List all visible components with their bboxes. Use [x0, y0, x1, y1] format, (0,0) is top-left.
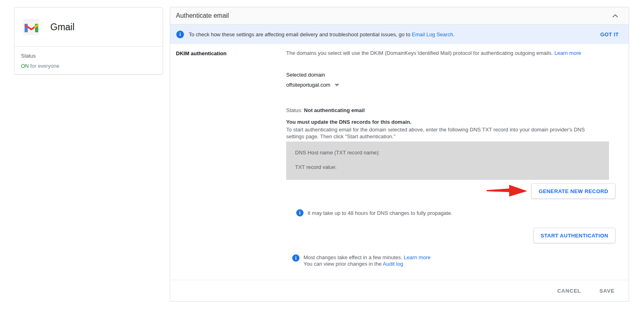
- dns-update-warning: You must update the DNS records for this…: [286, 119, 615, 125]
- red-arrow-annotation-icon: [487, 183, 528, 199]
- status-scope: for everyone: [29, 63, 60, 69]
- changes-learn-more-link[interactable]: Learn more: [404, 254, 430, 260]
- selected-domain-value: offsiteportugal.com: [286, 82, 330, 88]
- generate-record-row: GENERATE NEW RECORD: [286, 183, 615, 199]
- propagation-note: i It may take up to 48 hours for DNS cha…: [286, 209, 615, 216]
- changes-note: i Most changes take effect in a few minu…: [286, 254, 615, 267]
- dns-record-box: DNS Host name (TXT record name): TXT rec…: [286, 141, 609, 180]
- status-value-text: Not authenticating email: [304, 107, 365, 113]
- collapse-chevron-up-icon[interactable]: [611, 12, 620, 19]
- got-it-button[interactable]: GOT IT: [600, 31, 619, 37]
- banner-text: To check how these settings are affectin…: [189, 31, 454, 37]
- selected-domain-label: Selected domain: [286, 72, 615, 78]
- propagation-note-text: It may take up to 48 hours for DNS chang…: [308, 210, 452, 216]
- status-prefix: Status:: [286, 107, 304, 113]
- panel-title: Authenticate email: [176, 12, 229, 19]
- dkim-section: DKIM authentication The domains you sele…: [170, 44, 629, 267]
- dkim-settings-column: The domains you select will use the DKIM…: [286, 50, 615, 267]
- changes-note-line1: Most changes take effect in a few minute…: [303, 254, 431, 261]
- dns-instructions: To start authenticating email for the do…: [286, 126, 604, 140]
- dkim-description-text: The domains you select will use the DKIM…: [286, 50, 554, 56]
- start-authentication-row: START AUTHENTICATION: [286, 228, 615, 243]
- app-card-status-section: Status ON for everyone: [14, 47, 163, 69]
- changes-note-text: Most changes take effect in a few minute…: [303, 254, 431, 267]
- txt-record-value-label: TXT record value:: [295, 164, 609, 170]
- app-title: Gmail: [50, 22, 74, 33]
- status-value: ON for everyone: [21, 63, 163, 69]
- audit-note-text: You can view prior changes in the: [303, 261, 383, 267]
- panel-footer: CANCEL SAVE: [170, 280, 629, 301]
- status-label: Status: [21, 53, 163, 59]
- panel-header: Authenticate email: [170, 7, 629, 25]
- email-log-search-link[interactable]: Email Log Search.: [412, 31, 454, 37]
- start-authentication-button[interactable]: START AUTHENTICATION: [533, 228, 615, 243]
- audit-log-link[interactable]: Audit log: [383, 261, 403, 267]
- save-button[interactable]: SAVE: [599, 288, 615, 294]
- domain-dropdown[interactable]: offsiteportugal.com: [286, 82, 339, 88]
- dkim-learn-more-link[interactable]: Learn more: [554, 50, 581, 56]
- gmail-logo-icon: [23, 19, 39, 35]
- changes-note-line1-text: Most changes take effect in a few minute…: [303, 254, 404, 260]
- dkim-description: The domains you select will use the DKIM…: [286, 50, 615, 56]
- generate-new-record-button[interactable]: GENERATE NEW RECORD: [531, 183, 615, 199]
- dns-host-name-label: DNS Host name (TXT record name):: [295, 150, 609, 156]
- dkim-authentication-label: DKIM authentication: [176, 50, 286, 56]
- setting-label-column: DKIM authentication: [176, 50, 286, 267]
- info-icon: i: [292, 254, 299, 262]
- status-on-badge: ON: [21, 63, 29, 69]
- info-icon: i: [176, 31, 184, 38]
- app-card-header: Gmail: [14, 8, 163, 47]
- changes-note-line2: You can view prior changes in the Audit …: [303, 261, 431, 267]
- chevron-down-icon: [334, 84, 339, 86]
- cancel-button[interactable]: CANCEL: [557, 288, 581, 294]
- banner-message: To check how these settings are affectin…: [189, 31, 412, 37]
- gmail-app-card: Gmail Status ON for everyone: [14, 7, 163, 75]
- info-icon: i: [296, 209, 303, 216]
- authenticate-email-panel: Authenticate email i To check how these …: [170, 7, 629, 302]
- authentication-status: Status: Not authenticating email: [286, 107, 615, 113]
- info-banner: i To check how these settings are affect…: [170, 25, 629, 44]
